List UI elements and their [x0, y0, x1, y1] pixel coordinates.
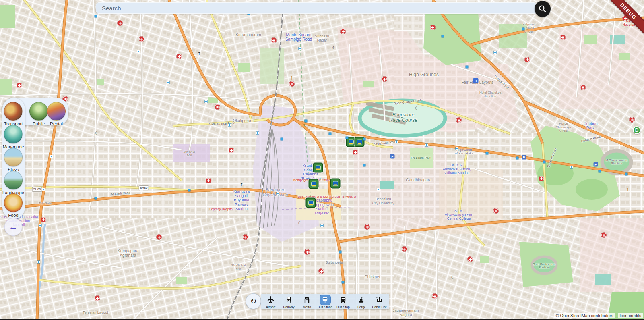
toolbar-item-label: Airport [266, 305, 276, 309]
toolbar-item-railway[interactable]: Railway [280, 295, 298, 309]
landscape-thumbnail [4, 171, 23, 189]
bus-stand-marker[interactable] [306, 198, 316, 208]
ferry-icon [356, 295, 367, 305]
toolbar-item-label: Railway [283, 305, 294, 309]
toolbar-item-label: Metro [303, 305, 311, 309]
sidebar-item-stays[interactable]: Stays [4, 148, 23, 172]
food-thumbnail [4, 193, 23, 212]
map-canvas[interactable] [0, 0, 644, 320]
toolbar-item-bus-stand[interactable]: Bus Stand [316, 295, 334, 309]
sidebar-item-food[interactable]: Food [4, 193, 23, 218]
toolbar-item-label: Bus Stand [318, 305, 332, 309]
bus-stand-marker[interactable] [313, 163, 323, 173]
refresh-button[interactable]: ↻ [246, 293, 261, 309]
toolbar-item-airport[interactable]: Airport [262, 295, 280, 309]
attribution: © OpenStreetMap contributors Icon credit… [554, 313, 643, 318]
search-input[interactable] [101, 4, 532, 12]
sidebar-item-landscape[interactable]: Landscape [2, 171, 24, 195]
sidebar-item-transport[interactable]: Transport [4, 102, 23, 126]
sidebar-item-label: Food [8, 213, 18, 218]
airport-icon [266, 295, 276, 305]
toolbar-item-label: Bus Stop [336, 305, 349, 309]
refresh-icon: ↻ [250, 297, 257, 306]
toolbar-item-cable-car[interactable]: Cable Car [370, 295, 388, 309]
bus-stand-marker[interactable] [309, 179, 319, 189]
search-icon [538, 4, 547, 13]
cable-car-icon [374, 295, 385, 305]
sidebar-item-label: Public [33, 121, 45, 126]
sidebar-item-rental[interactable]: Rental [47, 102, 66, 126]
toolbar-item-label: Ferry [357, 305, 365, 309]
search-bar [96, 2, 537, 14]
transport-toolbar: Airport Railway Metro [261, 294, 389, 309]
toolbar-item-bus-stop[interactable]: Bus Stop [334, 295, 352, 309]
toolbar-item-ferry[interactable]: Ferry [352, 295, 370, 309]
public-thumbnail [29, 102, 48, 121]
man-made-thumbnail [4, 125, 23, 143]
bus-stand-icon [320, 295, 330, 305]
collapse-panel-button[interactable]: ← [4, 218, 22, 236]
toolbar-item-label: Cable Car [372, 305, 386, 309]
map-app-window: High GroundsFair Field LayoutsSriramapur… [0, 0, 644, 320]
sidebar-item-public[interactable]: Public [29, 102, 48, 126]
back-arrow-icon: ← [9, 222, 18, 232]
railway-icon [284, 295, 294, 305]
rental-thumbnail [47, 102, 66, 121]
transport-thumbnail [4, 102, 23, 121]
toolbar-item-metro[interactable]: Metro [298, 295, 316, 309]
bus-stand-marker[interactable] [355, 137, 365, 147]
sidebar-item-label: Rental [50, 121, 63, 126]
search-button[interactable] [535, 1, 551, 17]
metro-icon [302, 295, 312, 305]
bus-stand-marker[interactable] [330, 179, 341, 189]
osm-attribution-link[interactable]: © OpenStreetMap contributors [554, 313, 615, 318]
stays-thumbnail [4, 148, 23, 166]
sidebar-item-man-made[interactable]: Man-made [3, 125, 24, 149]
icon-credits-link[interactable]: Icon credits [618, 313, 643, 318]
bus-stop-icon [338, 295, 349, 305]
